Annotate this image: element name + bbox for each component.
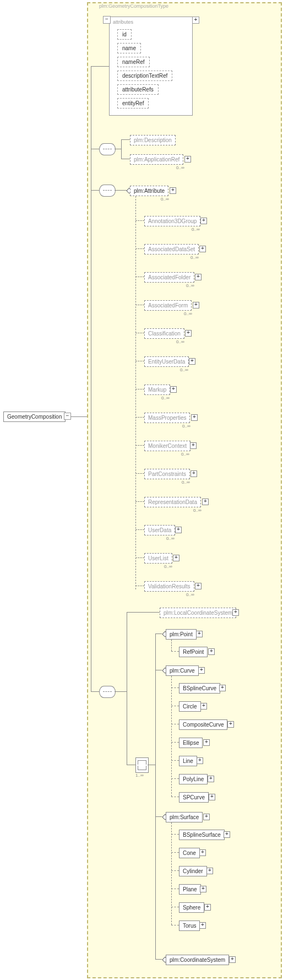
expand-icon[interactable]: + (189, 358, 195, 365)
surface-child-label: Sphere (183, 905, 200, 911)
child-label: AssociatedFolder (148, 274, 191, 280)
point-element: plm:Point (166, 629, 197, 640)
child-classification: Classification (144, 328, 184, 339)
surface-child-label: Plane (183, 886, 197, 892)
expand-icon[interactable]: + (200, 886, 206, 892)
cardinality: 0..∞ (176, 165, 184, 170)
connector (135, 305, 144, 305)
connector (135, 501, 144, 502)
cardinality: 0..∞ (161, 396, 170, 400)
sequence-compositor (99, 686, 116, 698)
expand-icon[interactable]: + (190, 442, 197, 449)
connector (121, 139, 122, 159)
expand-icon[interactable]: + (192, 17, 199, 24)
child-label: MassProperties (148, 415, 186, 421)
expand-icon[interactable]: + (209, 794, 215, 800)
cardinality: 0..∞ (166, 536, 175, 541)
refpoint-label: RefPoint (183, 649, 204, 655)
connector (135, 557, 144, 558)
expand-icon[interactable]: + (206, 868, 213, 874)
expand-icon[interactable]: + (200, 703, 207, 710)
connector (91, 149, 99, 149)
curve-child-label: BSplineCurve (183, 685, 216, 691)
child-label: EntityUserData (148, 359, 185, 365)
connector (171, 640, 172, 651)
surface-cone: Cone (179, 848, 200, 858)
child-label: AssociatedDataSet (148, 246, 195, 252)
expand-icon[interactable]: + (203, 814, 210, 820)
expand-icon[interactable]: + (208, 776, 214, 782)
expand-icon[interactable]: + (196, 631, 203, 637)
connector (115, 691, 127, 692)
connector (135, 248, 144, 249)
expand-icon[interactable]: + (195, 274, 202, 280)
curve-ellipse: Ellipse (179, 738, 203, 748)
child-partconstraints: PartConstraints (144, 469, 190, 479)
attributes-box: − + attributes id name nameRef descripti… (109, 17, 193, 116)
child-label: ValidationResults (148, 583, 191, 589)
connector (135, 361, 144, 361)
expand-icon[interactable]: + (227, 721, 234, 728)
connector (171, 742, 179, 743)
expand-icon[interactable]: + (232, 609, 239, 616)
attr-attributerefs: attributeRefs (117, 84, 159, 95)
child-representationdata: RepresentationData (144, 497, 201, 507)
collapse-icon[interactable]: − (103, 16, 111, 24)
cardinality: 1..∞ (135, 773, 144, 778)
child-associatedfolder: AssociatedFolder (144, 272, 194, 283)
expand-icon[interactable]: + (199, 922, 206, 929)
type-title: plm:GeometryCompositionType (99, 3, 168, 9)
description-label: plm:Description (134, 137, 172, 143)
curve-child-label: PolyLine (183, 776, 204, 782)
connector (70, 416, 87, 417)
expand-icon[interactable]: + (199, 246, 206, 252)
expand-icon[interactable]: + (195, 583, 202, 589)
curve-line: Line (179, 756, 197, 766)
connector (171, 925, 179, 925)
curve-child-label: SPCurve (183, 794, 205, 800)
sequence-compositor (99, 185, 116, 197)
expand-icon[interactable]: + (170, 187, 176, 194)
surface-cylinder: Cylinder (179, 866, 207, 876)
curve-polyline: PolyLine (179, 774, 208, 784)
expand-icon[interactable]: + (229, 956, 236, 963)
expand-icon[interactable]: + (197, 757, 203, 764)
cardinality: 0..∞ (161, 197, 169, 202)
expand-icon[interactable]: + (184, 156, 191, 163)
expand-icon[interactable]: + (185, 330, 192, 337)
expand-icon[interactable]: + (173, 555, 179, 561)
surface-child-label: Cylinder (183, 868, 203, 874)
expand-icon[interactable]: + (199, 849, 206, 856)
expand-icon[interactable]: + (193, 302, 199, 308)
expand-icon[interactable]: + (203, 739, 210, 746)
expand-icon[interactable]: + (219, 685, 226, 691)
surface-child-label: BSplineSurface (183, 832, 221, 838)
child-massproperties: MassProperties (144, 413, 190, 423)
connector (148, 765, 155, 765)
curve-child-label: Line (183, 758, 193, 764)
surface-sphere: Sphere (179, 902, 204, 913)
expand-icon[interactable]: + (191, 470, 197, 477)
connector (135, 220, 144, 221)
expand-icon[interactable]: + (208, 648, 215, 655)
cardinality: 0..∞ (180, 367, 188, 372)
connector (171, 778, 179, 779)
expand-icon[interactable]: + (175, 527, 182, 533)
child-label: UserList (148, 555, 168, 561)
connector (171, 852, 179, 853)
child-associateddataset: AssociatedDataSet (144, 244, 199, 255)
expand-icon[interactable]: + (202, 499, 209, 505)
connector (171, 706, 179, 706)
connector (171, 760, 179, 761)
child-label: PartConstraints (148, 471, 186, 477)
expand-icon[interactable]: + (200, 218, 207, 224)
expand-icon[interactable]: + (191, 414, 198, 421)
expand-icon[interactable]: + (224, 831, 230, 838)
connector (115, 190, 127, 191)
cardinality: 0..∞ (186, 283, 194, 288)
expand-icon[interactable]: + (204, 904, 211, 911)
expand-icon[interactable]: + (170, 386, 177, 393)
connector (171, 834, 179, 835)
expand-icon[interactable]: + (198, 667, 205, 674)
coordinatesystem-element: plm:CoordinateSystem (166, 955, 229, 965)
